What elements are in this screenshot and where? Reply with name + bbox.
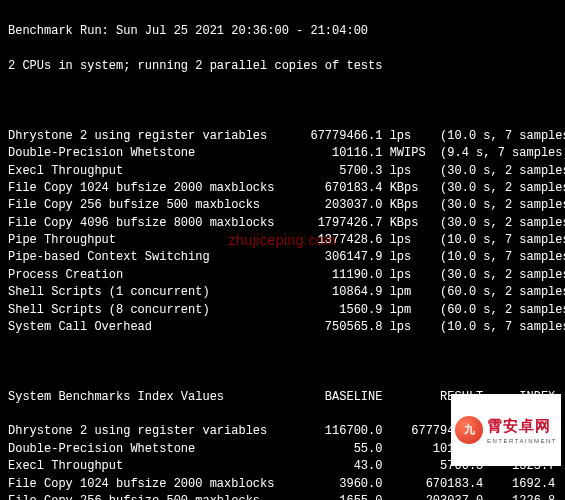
logo-circle-icon: 九: [455, 416, 483, 444]
logo-main-text: 霄安卓网: [487, 415, 551, 437]
result-row: Shell Scripts (1 concurrent) 10864.9 lpm…: [8, 284, 557, 301]
index-row: File Copy 1024 bufsize 2000 maxblocks 39…: [8, 476, 557, 493]
logo-text: 霄安卓网 ENTERTAINMENT: [487, 415, 557, 445]
result-row: System Call Overhead 750565.8 lps (10.0 …: [8, 319, 557, 336]
result-row: Pipe Throughput 1377428.6 lps (10.0 s, 7…: [8, 232, 557, 249]
result-row: Process Creation 11190.0 lps (30.0 s, 2 …: [8, 267, 557, 284]
result-row: Dhrystone 2 using register variables 677…: [8, 128, 557, 145]
blank-line: [8, 354, 557, 371]
cpu-info-line: 2 CPUs in system; running 2 parallel cop…: [8, 58, 557, 75]
site-logo: 九 霄安卓网 ENTERTAINMENT: [451, 394, 561, 466]
index-row: File Copy 256 bufsize 500 maxblocks 1655…: [8, 493, 557, 500]
result-row: Execl Throughput 5700.3 lps (30.0 s, 2 s…: [8, 163, 557, 180]
result-row: File Copy 256 bufsize 500 maxblocks 2030…: [8, 197, 557, 214]
results-block: Dhrystone 2 using register variables 677…: [8, 128, 557, 337]
result-row: Pipe-based Context Switching 306147.9 lp…: [8, 249, 557, 266]
result-row: Shell Scripts (8 concurrent) 1560.9 lpm …: [8, 302, 557, 319]
blank-line: [8, 93, 557, 110]
result-row: File Copy 4096 bufsize 8000 maxblocks 17…: [8, 215, 557, 232]
result-row: Double-Precision Whetstone 10116.1 MWIPS…: [8, 145, 557, 162]
benchmark-run-line: Benchmark Run: Sun Jul 25 2021 20:36:00 …: [8, 23, 557, 40]
logo-sub-text: ENTERTAINMENT: [487, 437, 557, 446]
result-row: File Copy 1024 bufsize 2000 maxblocks 67…: [8, 180, 557, 197]
